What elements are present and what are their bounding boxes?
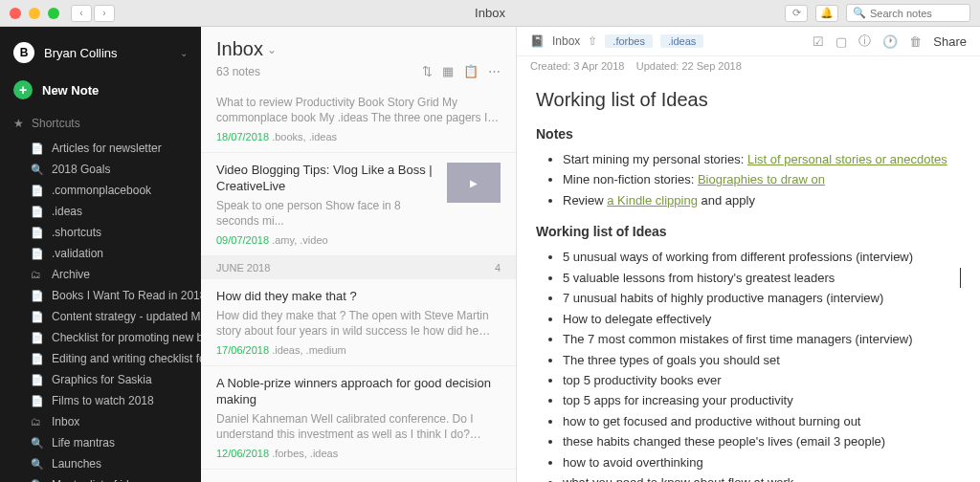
sidebar-item[interactable]: 📄.commonplacebook [0,180,201,201]
sidebar-item-label: Graphics for Saskia [52,373,152,386]
forward-button[interactable]: › [94,5,115,22]
sidebar-item[interactable]: 🗂Inbox [0,411,201,432]
note-body[interactable]: Working list of Ideas Notes Start mining… [517,76,980,482]
search-container: 🔍 [846,4,970,22]
titlebar: ‹ › Inbox ⟳ 🔔 🔍 [0,0,980,27]
list-item: these habits changed these people's live… [563,431,961,451]
filter-icon[interactable]: 📋 [463,64,479,78]
history-icon[interactable]: 🕐 [882,34,898,49]
share-button[interactable]: Share [933,34,967,49]
list-item: 5 unusual ways of working from different… [563,247,961,267]
reminder-icon[interactable]: ☑ [813,34,824,49]
note-item[interactable]: Forbes ideasLinear progression vs norm f… [201,470,516,482]
item-icon: 📄 [31,142,44,155]
tag-ideas[interactable]: .ideas [660,34,703,48]
avatar: B [13,42,34,63]
list-item: top 5 productivity books ever [563,370,961,390]
date-divider: JUNE 20184 [201,256,516,279]
item-icon: 🗂 [31,269,44,280]
sidebar-item[interactable]: 📄.validation [0,243,201,264]
breadcrumb[interactable]: Inbox [552,34,580,48]
tag-forbes[interactable]: .forbes [605,34,653,48]
sidebar-item[interactable]: 🔍Life mantras [0,432,201,453]
sidebar-item[interactable]: 📄Content strategy - updated Marc... [0,306,201,327]
sidebar-item-label: Inbox [52,415,79,428]
sidebar-item-label: Content strategy - updated Marc... [52,310,201,323]
item-icon: 📄 [31,248,44,260]
chevron-down-icon: ⌄ [267,43,277,56]
more-icon[interactable]: ⋯ [488,64,501,78]
item-icon: 📄 [31,227,44,239]
sidebar-item-label: .commonplacebook [52,184,151,197]
note-tags: .books, .ideas [272,131,337,142]
note-item[interactable]: How did they make that ?How did they mak… [201,279,516,366]
share-icon[interactable]: ⇧ [588,34,597,48]
view-icon[interactable]: ▦ [442,64,454,78]
user-menu[interactable]: B Bryan Collins ⌄ [0,34,201,71]
note-tags: .amy, .video [272,234,328,246]
note-snippet: Daniel Kahneman Well calibrated conferen… [216,412,501,442]
item-icon: 📄 [31,332,44,344]
list-item: The three types of goals you should set [563,350,961,370]
updated-date: Updated: 22 Sep 2018 [636,60,742,72]
notebook-icon: 📓 [530,34,545,48]
shortcuts-header: ★ Shortcuts [0,109,201,138]
sidebar-item[interactable]: 📄Graphics for Saskia [0,369,201,390]
sidebar-item[interactable]: 📄Checklist for promoting new blo... [0,327,201,348]
created-date: Created: 3 Apr 2018 [530,60,624,72]
notelist-title[interactable]: Inbox⌄ [216,38,501,60]
chevron-down-icon: ⌄ [180,48,188,58]
minimize-icon[interactable] [29,8,40,19]
item-icon: 📄 [31,374,44,386]
sidebar-item[interactable]: 📄Editing and writing checklist for... [0,348,201,369]
window-controls [10,8,59,19]
sidebar-item-label: 2018 Goals [52,163,110,176]
sidebar-item[interactable]: 🔍Master list of ideas [0,474,201,482]
note-item[interactable]: ▶Video Blogging Tips: Vlog Like a Boss |… [201,153,516,256]
list-item: Start mining my personal stories: List o… [563,149,961,169]
sidebar-item[interactable]: 🔍Launches [0,453,201,474]
close-icon[interactable] [10,8,21,19]
sidebar-item-label: Checklist for promoting new blo... [52,331,201,344]
info-icon[interactable]: ⓘ [858,33,871,50]
sidebar-item[interactable]: 🗂Archive [0,264,201,285]
list-item: top 5 apps for increasing your productiv… [563,390,961,410]
note-item[interactable]: What to review Productivity Book Story G… [201,86,516,153]
section-ideas: Working list of Ideas [536,224,961,239]
notifications-icon[interactable]: 🔔 [815,5,838,22]
link[interactable]: Biographies to draw on [698,172,825,186]
link[interactable]: List of personal stories or anecdotes [747,152,947,166]
sort-icon[interactable]: ⇅ [422,64,433,78]
new-note-label: New Note [42,83,99,98]
search-input[interactable] [870,8,964,19]
list-item: Review a Kindle clipping and apply [563,190,961,210]
trash-icon[interactable]: 🗑 [909,34,922,49]
link[interactable]: a Kindle clipping [607,193,698,208]
sidebar: B Bryan Collins ⌄ + New Note ★ Shortcuts… [0,27,201,482]
back-button[interactable]: ‹ [71,5,92,22]
sidebar-item[interactable]: 📄.shortcuts [0,222,201,243]
sidebar-item-label: Editing and writing checklist for... [52,352,201,365]
present-icon[interactable]: ▢ [835,34,847,49]
list-item: how to avoid overthinking [563,452,961,472]
item-icon: 📄 [31,311,44,323]
sidebar-item[interactable]: 📄Films to watch 2018 [0,390,201,411]
sidebar-item[interactable]: 📄Articles for newsletter [0,138,201,159]
maximize-icon[interactable] [48,8,59,19]
note-date: 17/06/2018 [216,344,269,356]
item-icon: 📄 [31,290,44,302]
sync-icon[interactable]: ⟳ [785,5,808,22]
note-item-title: A Noble-prize winners approach for good … [216,376,501,408]
item-icon: 🔍 [31,437,44,449]
sidebar-item[interactable]: 📄.ideas [0,201,201,222]
note-snippet: What to review Productivity Book Story G… [216,96,501,125]
item-icon: 🔍 [31,164,44,176]
new-note-button[interactable]: + New Note [0,71,201,109]
note-item[interactable]: A Noble-prize winners approach for good … [201,366,516,470]
note-date: 12/06/2018 [216,448,269,459]
sidebar-item-label: Books I Want To Read in 2018 [52,289,201,302]
note-item-title: How did they make that ? [216,289,501,305]
sidebar-item[interactable]: 🔍2018 Goals [0,159,201,180]
window-title: Inbox [475,6,505,20]
sidebar-item[interactable]: 📄Books I Want To Read in 2018 [0,285,201,306]
